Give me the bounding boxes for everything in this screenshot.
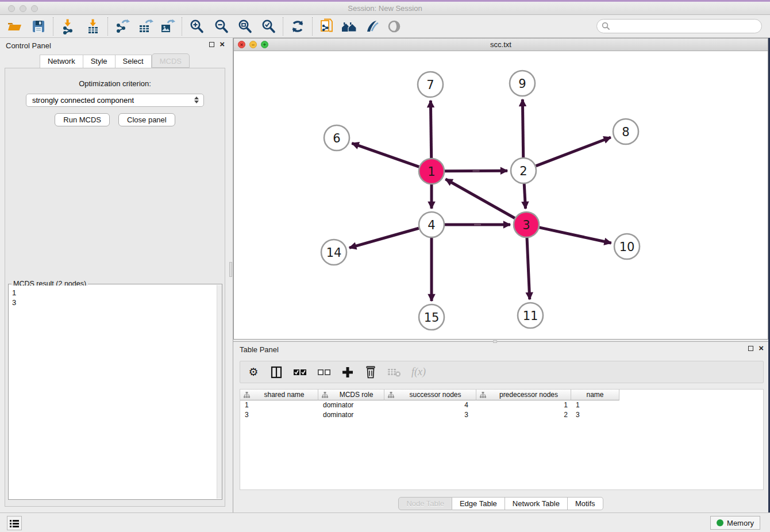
memory-button[interactable]: Memory (710, 516, 760, 530)
column-header-successor-nodes[interactable]: successor nodes (384, 390, 476, 400)
column-header-predecessor-nodes[interactable]: predecessor nodes (476, 390, 571, 400)
zoom-in-icon[interactable] (188, 18, 205, 35)
application-window: Session: New Session (0, 0, 770, 532)
main-toolbar (0, 15, 770, 38)
graph-node-6[interactable]: 6 (324, 125, 349, 151)
column-header-MCDS-role[interactable]: MCDS role (318, 390, 384, 400)
table-row[interactable]: 1dominator411 (240, 400, 763, 410)
edge-3-11[interactable] (527, 238, 530, 299)
cell-MCDS-role: dominator (318, 410, 384, 420)
table-row[interactable]: 3dominator323 (240, 410, 763, 420)
criterion-value: strongly connected component (32, 96, 134, 105)
show-columns-icon[interactable] (270, 365, 283, 379)
svg-text:11: 11 (523, 309, 538, 323)
zoom-selected-icon[interactable] (260, 18, 277, 35)
tab-select[interactable]: Select (116, 55, 152, 69)
tab-mcds[interactable]: MCDS (152, 53, 190, 68)
graph-node-9[interactable]: 9 (510, 71, 535, 96)
show-all-networks-icon[interactable] (341, 18, 358, 35)
save-session-icon[interactable] (30, 18, 47, 35)
table-header-row: shared nameMCDS rolesuccessor nodesprede… (240, 390, 763, 400)
edge-2-3[interactable] (524, 184, 525, 209)
mcds-result-list[interactable]: 13 (9, 286, 216, 499)
edge-2-8[interactable] (536, 137, 610, 166)
close-panel-icon[interactable]: × (220, 41, 225, 47)
column-label: successor nodes (395, 391, 476, 399)
show-style-icon[interactable] (363, 18, 380, 35)
tab-network-table[interactable]: Network Table (505, 497, 568, 510)
export-image-icon[interactable] (159, 18, 176, 35)
graph-node-3[interactable]: 3 (514, 212, 539, 237)
tab-edge-table[interactable]: Edge Table (452, 497, 505, 510)
search-input[interactable] (614, 22, 757, 30)
select-stepper-icon (194, 97, 199, 103)
graph-node-4[interactable]: 4 (419, 212, 444, 237)
graph-node-1[interactable]: 1 (419, 159, 444, 184)
graph-node-2[interactable]: 2 (511, 158, 536, 183)
zoom-out-icon[interactable] (213, 18, 230, 35)
svg-text:4: 4 (428, 218, 435, 232)
close-table-panel-icon[interactable]: × (759, 345, 764, 351)
show-hide-icon[interactable] (386, 18, 403, 35)
criterion-select[interactable]: strongly connected component (26, 94, 204, 107)
add-icon[interactable] (341, 365, 354, 379)
edge-1-6[interactable] (352, 143, 419, 167)
mcds-tab-content: Optimization criterion: strongly connect… (5, 68, 225, 507)
edge-3-10[interactable] (539, 228, 611, 243)
graph-node-11[interactable]: 11 (518, 303, 543, 328)
column-label: MCDS role (329, 391, 384, 399)
result-scrollbar[interactable] (217, 285, 222, 499)
delete-icon[interactable] (364, 365, 377, 379)
graph-node-10[interactable]: 10 (614, 234, 640, 259)
column-header-name[interactable]: name (571, 390, 619, 400)
unselect-all-icon[interactable] (317, 365, 331, 379)
svg-text:8: 8 (622, 125, 629, 139)
svg-text:3: 3 (522, 218, 530, 232)
node-table: shared nameMCDS rolesuccessor nodesprede… (240, 389, 764, 490)
graph-node-14[interactable]: 14 (321, 240, 346, 265)
edge-4-14[interactable] (349, 228, 419, 248)
run-mcds-button[interactable]: Run MCDS (55, 113, 110, 126)
svg-text:14: 14 (326, 246, 342, 260)
edge-2-9[interactable] (522, 99, 523, 157)
task-history-button[interactable] (7, 516, 22, 530)
export-network-icon[interactable] (114, 18, 131, 35)
export-table-icon[interactable] (137, 18, 154, 35)
status-bar: Memory (0, 512, 770, 532)
column-label: shared name (251, 391, 318, 399)
vertical-splitter[interactable] (229, 38, 233, 512)
edge-3-1[interactable] (445, 179, 515, 218)
cell-shared-name: 3 (240, 410, 318, 420)
result-line: 3 (12, 298, 216, 307)
result-line: 1 (12, 288, 216, 298)
horizontal-splitter-handle[interactable] (493, 340, 497, 343)
zoom-fit-icon[interactable] (236, 18, 253, 35)
duplicate-network-icon[interactable] (318, 18, 336, 35)
graph-node-15[interactable]: 15 (419, 304, 444, 330)
tab-style[interactable]: Style (83, 55, 116, 69)
float-table-panel-icon[interactable] (748, 346, 753, 351)
tab-motifs[interactable]: Motifs (568, 497, 603, 510)
close-panel-button[interactable]: Close panel (118, 113, 175, 126)
tab-network[interactable]: Network (40, 55, 83, 69)
import-table-icon[interactable] (84, 18, 102, 35)
edge-1-7[interactable] (430, 101, 431, 158)
table-settings-icon[interactable]: ⚙ (247, 365, 260, 379)
svg-text:9: 9 (518, 77, 526, 91)
import-network-icon[interactable] (59, 18, 76, 35)
vertical-splitter-handle[interactable] (229, 262, 232, 277)
apply-layout-icon[interactable] (289, 18, 306, 35)
search-box[interactable] (596, 19, 762, 33)
graph-node-7[interactable]: 7 (418, 72, 443, 97)
select-all-icon[interactable] (293, 365, 307, 379)
table-toolbar: ⚙ f(x) (240, 361, 764, 383)
svg-text:10: 10 (619, 240, 635, 254)
tab-node-table[interactable]: Node Table (398, 497, 452, 510)
float-panel-icon[interactable] (209, 42, 214, 47)
cell-predecessor-nodes: 2 (476, 410, 571, 420)
graph-node-8[interactable]: 8 (613, 119, 638, 144)
column-header-shared-name[interactable]: shared name (240, 390, 318, 400)
network-canvas[interactable]: 7968124314101511 (234, 51, 768, 339)
open-file-icon[interactable] (6, 18, 23, 35)
column-tree-icon (387, 391, 395, 399)
